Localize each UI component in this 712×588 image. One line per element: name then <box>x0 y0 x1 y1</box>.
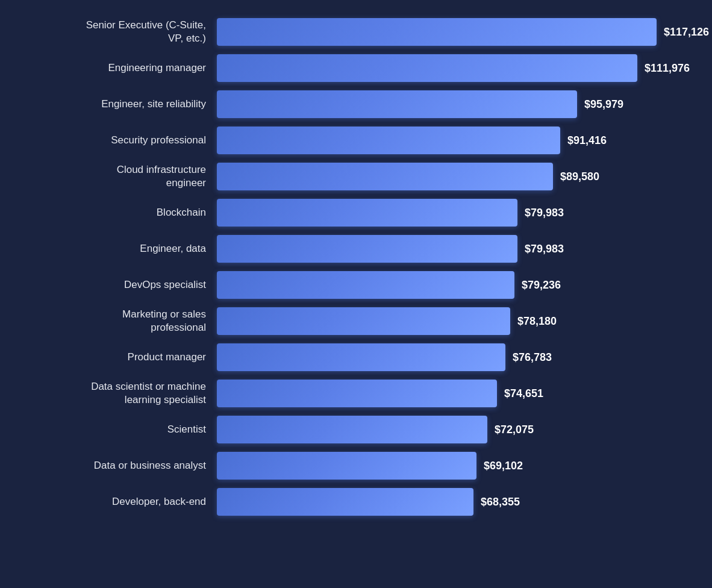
chart-row-engineer-site-reliability: Engineer, site reliability$95,979 <box>18 90 694 118</box>
label-data-business-analyst: Data or business analyst <box>18 459 217 472</box>
bar-wrapper-data-business-analyst: $69,102 <box>217 452 694 480</box>
value-security-professional: $91,416 <box>567 134 607 147</box>
bar-security-professional <box>217 127 560 154</box>
bar-cloud-infrastructure-engineer <box>217 163 553 190</box>
bar-wrapper-blockchain: $79,983 <box>217 199 694 227</box>
bar-wrapper-engineer-data: $79,983 <box>217 235 694 263</box>
bar-blockchain <box>217 199 517 227</box>
chart-row-senior-executive: Senior Executive (C-Suite,VP, etc.)$117,… <box>18 18 694 46</box>
label-cloud-infrastructure-engineer: Cloud infrastructureengineer <box>18 163 217 190</box>
value-cloud-infrastructure-engineer: $89,580 <box>560 170 599 183</box>
bar-engineer-site-reliability <box>217 90 577 118</box>
label-engineering-manager: Engineering manager <box>18 61 217 75</box>
bar-marketing-sales-professional <box>217 307 510 335</box>
label-security-professional: Security professional <box>18 134 217 147</box>
chart-row-data-business-analyst: Data or business analyst$69,102 <box>18 452 694 480</box>
bar-product-manager <box>217 343 505 371</box>
chart-row-engineer-data: Engineer, data$79,983 <box>18 235 694 263</box>
value-developer-backend: $68,355 <box>481 496 520 508</box>
chart-row-devops-specialist: DevOps specialist$79,236 <box>18 271 694 299</box>
chart-row-engineering-manager: Engineering manager$111,976 <box>18 54 694 82</box>
chart-row-marketing-sales-professional: Marketing or salesprofessional$78,180 <box>18 307 694 335</box>
bar-wrapper-product-manager: $76,783 <box>217 343 694 371</box>
bar-senior-executive <box>217 18 657 46</box>
bar-engineer-data <box>217 235 517 263</box>
label-developer-backend: Developer, back-end <box>18 495 217 508</box>
chart-row-product-manager: Product manager$76,783 <box>18 343 694 371</box>
bar-wrapper-engineering-manager: $111,976 <box>217 54 694 82</box>
label-scientist: Scientist <box>18 423 217 436</box>
label-senior-executive: Senior Executive (C-Suite,VP, etc.) <box>18 19 217 45</box>
label-blockchain: Blockchain <box>18 206 217 219</box>
value-marketing-sales-professional: $78,180 <box>517 315 557 328</box>
chart-row-blockchain: Blockchain$79,983 <box>18 199 694 227</box>
value-engineer-site-reliability: $95,979 <box>584 98 623 111</box>
bar-wrapper-developer-backend: $68,355 <box>217 488 694 516</box>
chart-row-data-scientist-ml-specialist: Data scientist or machinelearning specia… <box>18 380 694 407</box>
value-blockchain: $79,983 <box>525 207 564 219</box>
label-engineer-data: Engineer, data <box>18 242 217 255</box>
bar-wrapper-marketing-sales-professional: $78,180 <box>217 307 694 335</box>
bar-data-scientist-ml-specialist <box>217 380 497 407</box>
chart-row-security-professional: Security professional$91,416 <box>18 127 694 154</box>
bar-wrapper-senior-executive: $117,126 <box>217 18 709 46</box>
bar-wrapper-engineer-site-reliability: $95,979 <box>217 90 694 118</box>
salary-chart: Senior Executive (C-Suite,VP, etc.)$117,… <box>18 12 694 530</box>
label-marketing-sales-professional: Marketing or salesprofessional <box>18 308 217 334</box>
value-data-scientist-ml-specialist: $74,651 <box>504 387 543 400</box>
bar-wrapper-security-professional: $91,416 <box>217 127 694 154</box>
bar-wrapper-devops-specialist: $79,236 <box>217 271 694 299</box>
bar-wrapper-cloud-infrastructure-engineer: $89,580 <box>217 163 694 190</box>
bar-scientist <box>217 416 487 443</box>
value-data-business-analyst: $69,102 <box>484 460 523 472</box>
bar-wrapper-scientist: $72,075 <box>217 416 694 443</box>
value-product-manager: $76,783 <box>513 351 552 364</box>
bar-data-business-analyst <box>217 452 476 480</box>
value-devops-specialist: $79,236 <box>522 279 561 292</box>
chart-row-scientist: Scientist$72,075 <box>18 416 694 443</box>
value-senior-executive: $117,126 <box>664 26 709 39</box>
chart-row-developer-backend: Developer, back-end$68,355 <box>18 488 694 516</box>
bar-engineering-manager <box>217 54 637 82</box>
value-scientist: $72,075 <box>495 424 534 436</box>
value-engineer-data: $79,983 <box>525 243 564 255</box>
label-data-scientist-ml-specialist: Data scientist or machinelearning specia… <box>18 380 217 407</box>
value-engineering-manager: $111,976 <box>645 62 690 75</box>
bar-wrapper-data-scientist-ml-specialist: $74,651 <box>217 380 694 407</box>
bar-devops-specialist <box>217 271 514 299</box>
bar-developer-backend <box>217 488 473 516</box>
label-product-manager: Product manager <box>18 351 217 364</box>
label-devops-specialist: DevOps specialist <box>18 278 217 292</box>
chart-row-cloud-infrastructure-engineer: Cloud infrastructureengineer$89,580 <box>18 163 694 190</box>
label-engineer-site-reliability: Engineer, site reliability <box>18 98 217 111</box>
